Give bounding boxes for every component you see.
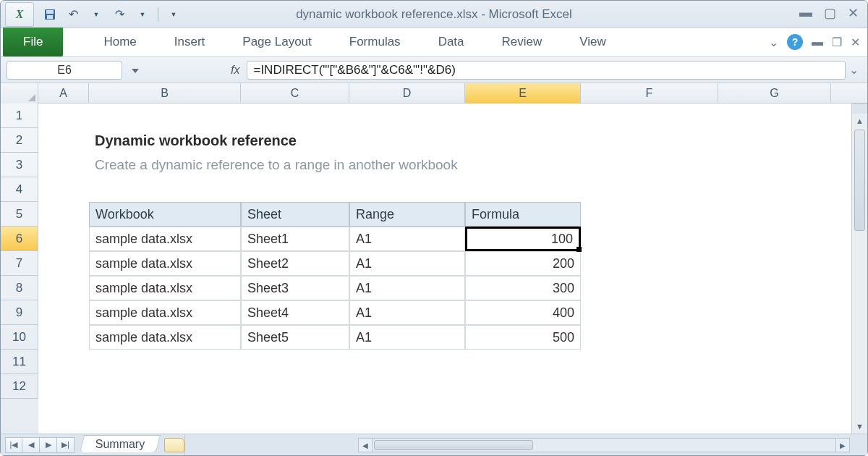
cell-E5[interactable]: Formula bbox=[465, 202, 581, 227]
excel-window: X ↶ ▼ ↷ ▼ ▼ dynamic workbook reference.x… bbox=[0, 0, 868, 456]
tab-formulas[interactable]: Formulas bbox=[331, 28, 420, 56]
cell-B5[interactable]: Workbook bbox=[89, 202, 241, 227]
col-header-D[interactable]: D bbox=[349, 83, 465, 104]
tab-view[interactable]: View bbox=[561, 28, 625, 56]
undo-dropdown-icon[interactable]: ▼ bbox=[86, 5, 106, 24]
undo-icon[interactable]: ↶ bbox=[63, 5, 83, 24]
vscroll-thumb[interactable] bbox=[854, 130, 865, 231]
row-header-4[interactable]: 4 bbox=[1, 177, 38, 202]
cell-E6[interactable]: 100 bbox=[465, 227, 581, 251]
row-header-11[interactable]: 11 bbox=[1, 350, 38, 374]
cell-E9[interactable]: 400 bbox=[465, 300, 581, 325]
cell-grid[interactable]: Dynamic workbook referenceCreate a dynam… bbox=[38, 104, 851, 434]
hscroll-thumb[interactable] bbox=[374, 440, 533, 450]
col-header-B[interactable]: B bbox=[89, 83, 241, 104]
cell-C9[interactable]: Sheet4 bbox=[241, 300, 349, 325]
col-header-G[interactable]: G bbox=[718, 83, 831, 104]
horizontal-scrollbar[interactable]: ◀ ▶ bbox=[358, 438, 850, 452]
col-header-A[interactable]: A bbox=[38, 83, 89, 104]
formula-bar: E6 fx =INDIRECT("'["&B6&"]"&C6&"'!"&D6) … bbox=[1, 57, 867, 83]
cell-B9[interactable]: sample data.xlsx bbox=[89, 300, 241, 325]
ribbon: File HomeInsertPage LayoutFormulasDataRe… bbox=[1, 28, 867, 57]
column-headers: ABCDEFG bbox=[1, 83, 867, 104]
expand-formula-bar-icon[interactable]: ⌄ bbox=[846, 63, 861, 77]
doc-minimize-icon[interactable]: ▬ bbox=[812, 35, 823, 48]
col-header-C[interactable]: C bbox=[241, 83, 349, 104]
sheet-tab-summary[interactable]: Summary bbox=[80, 435, 161, 452]
vertical-scrollbar[interactable]: ▲ ▼ bbox=[851, 104, 867, 434]
cell-D6[interactable]: A1 bbox=[349, 227, 465, 251]
cell-C10[interactable]: Sheet5 bbox=[241, 325, 349, 350]
col-header-E[interactable]: E bbox=[465, 83, 581, 104]
maximize-icon[interactable]: ▢ bbox=[824, 5, 836, 21]
tab-home[interactable]: Home bbox=[85, 28, 155, 56]
cell-B3-subtitle[interactable]: Create a dynamic reference to a range in… bbox=[89, 153, 464, 177]
window-controls: ▬ ▢ ✕ bbox=[799, 5, 859, 21]
cell-B2-title[interactable]: Dynamic workbook reference bbox=[89, 128, 302, 153]
app-icon[interactable]: X bbox=[5, 2, 34, 27]
save-icon[interactable] bbox=[40, 5, 60, 24]
cell-C5[interactable]: Sheet bbox=[241, 202, 349, 227]
formula-input[interactable]: =INDIRECT("'["&B6&"]"&C6&"'!"&D6) bbox=[247, 61, 846, 80]
row-header-8[interactable]: 8 bbox=[1, 276, 38, 300]
cell-C6[interactable]: Sheet1 bbox=[241, 227, 349, 251]
sheet-tab-bar: |◀ ◀ ▶ ▶| Summary ◀ ▶ bbox=[1, 434, 867, 455]
col-header-F[interactable]: F bbox=[581, 83, 718, 104]
cell-D8[interactable]: A1 bbox=[349, 276, 465, 300]
row-header-6[interactable]: 6 bbox=[1, 227, 38, 251]
row-header-5[interactable]: 5 bbox=[1, 202, 38, 227]
first-sheet-icon[interactable]: |◀ bbox=[5, 437, 22, 453]
cell-E7[interactable]: 200 bbox=[465, 251, 581, 276]
prev-sheet-icon[interactable]: ◀ bbox=[22, 437, 40, 453]
row-headers: 123456789101112 bbox=[1, 104, 38, 434]
doc-restore-icon[interactable]: ❐ bbox=[832, 35, 842, 49]
cell-E8[interactable]: 300 bbox=[465, 276, 581, 300]
select-all-corner[interactable] bbox=[1, 83, 38, 104]
tab-page-layout[interactable]: Page Layout bbox=[224, 28, 330, 56]
row-header-1[interactable]: 1 bbox=[1, 104, 38, 128]
fx-icon[interactable]: fx bbox=[231, 64, 239, 77]
cell-B8[interactable]: sample data.xlsx bbox=[89, 276, 241, 300]
split-handle-top[interactable] bbox=[852, 104, 867, 114]
help-icon[interactable]: ? bbox=[787, 34, 803, 50]
file-tab[interactable]: File bbox=[3, 28, 63, 56]
row-header-2[interactable]: 2 bbox=[1, 128, 38, 153]
cell-B7[interactable]: sample data.xlsx bbox=[89, 251, 241, 276]
redo-icon[interactable]: ↷ bbox=[109, 5, 129, 24]
redo-dropdown-icon[interactable]: ▼ bbox=[132, 5, 153, 24]
row-header-3[interactable]: 3 bbox=[1, 153, 38, 177]
tab-insert[interactable]: Insert bbox=[156, 28, 224, 56]
cell-D9[interactable]: A1 bbox=[349, 300, 465, 325]
cell-C7[interactable]: Sheet2 bbox=[241, 251, 349, 276]
svg-rect-1 bbox=[46, 10, 54, 14]
svg-rect-2 bbox=[47, 15, 53, 19]
name-box[interactable]: E6 bbox=[7, 61, 122, 80]
cell-E10[interactable]: 500 bbox=[465, 325, 581, 350]
scroll-up-icon[interactable]: ▲ bbox=[852, 114, 867, 128]
title-bar: X ↶ ▼ ↷ ▼ ▼ dynamic workbook reference.x… bbox=[1, 1, 867, 28]
next-sheet-icon[interactable]: ▶ bbox=[40, 437, 57, 453]
row-header-9[interactable]: 9 bbox=[1, 300, 38, 325]
cell-D7[interactable]: A1 bbox=[349, 251, 465, 276]
scroll-right-icon[interactable]: ▶ bbox=[835, 438, 850, 452]
qat-customize-icon[interactable]: ▼ bbox=[163, 5, 184, 24]
row-header-10[interactable]: 10 bbox=[1, 325, 38, 350]
row-header-12[interactable]: 12 bbox=[1, 374, 38, 399]
cell-B6[interactable]: sample data.xlsx bbox=[89, 227, 241, 251]
tab-review[interactable]: Review bbox=[483, 28, 561, 56]
scroll-left-icon[interactable]: ◀ bbox=[358, 438, 373, 452]
ribbon-minimize-icon[interactable]: ⌄ bbox=[769, 35, 778, 49]
doc-close-icon[interactable]: ✕ bbox=[851, 35, 860, 49]
close-icon[interactable]: ✕ bbox=[848, 5, 859, 21]
scroll-down-icon[interactable]: ▼ bbox=[852, 419, 867, 434]
last-sheet-icon[interactable]: ▶| bbox=[57, 437, 75, 453]
cell-D10[interactable]: A1 bbox=[349, 325, 465, 350]
tab-data[interactable]: Data bbox=[420, 28, 483, 56]
cell-B10[interactable]: sample data.xlsx bbox=[89, 325, 241, 350]
row-header-7[interactable]: 7 bbox=[1, 251, 38, 276]
cell-C8[interactable]: Sheet3 bbox=[241, 276, 349, 300]
quick-access-toolbar: ↶ ▼ ↷ ▼ ▼ bbox=[40, 5, 184, 24]
minimize-icon[interactable]: ▬ bbox=[799, 5, 812, 21]
new-sheet-icon[interactable] bbox=[164, 438, 184, 452]
cell-D5[interactable]: Range bbox=[349, 202, 465, 227]
